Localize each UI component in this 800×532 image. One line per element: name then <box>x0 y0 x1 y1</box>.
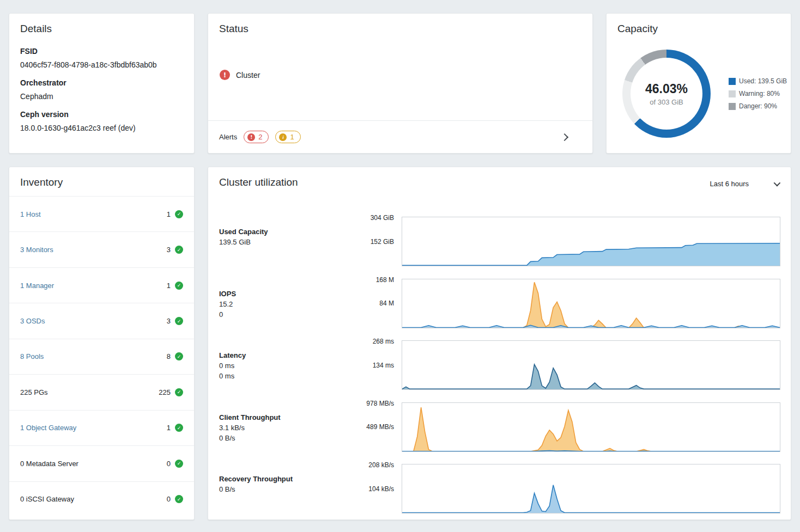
inventory-label-metadata-servers: 0 Metadata Server <box>20 460 78 468</box>
check-circle-icon <box>175 317 183 325</box>
check-circle-icon <box>175 460 183 468</box>
inventory-label-iscsi-gateways: 0 iSCSI Gateway <box>20 495 74 503</box>
alerts-footer: Alerts 2 1 <box>208 120 592 153</box>
inventory-count: 3 <box>167 246 171 254</box>
chevron-right-icon[interactable] <box>561 133 568 140</box>
detail-field-ceph-version: Ceph version 18.0.0-1630-g461ac2c3 reef … <box>20 110 183 132</box>
check-circle-icon <box>175 388 183 396</box>
utilization-rows: Used Capacity 139.5 GiB 304 GiB 152 GiB … <box>208 217 791 520</box>
detail-field-fsid: FSID 0406cf57-f808-4798-a18c-3fbdbf63ab0… <box>20 47 183 69</box>
inventory-link-managers[interactable]: 1 Manager <box>20 282 54 290</box>
detail-value: 0406cf57-f808-4798-a18c-3fbdbf63ab0b <box>20 60 183 69</box>
status-title: Status <box>208 14 592 35</box>
capacity-card: Capacity 46.03% of 303 GiB Used: 139.5 G… <box>606 13 791 154</box>
details-body: FSID 0406cf57-f808-4798-a18c-3fbdbf63ab0… <box>9 35 194 132</box>
metric-value: 0 ms <box>219 362 350 370</box>
client-throughput-row: Client Throughput 3.1 kB/s 0 B/s 978 MB/… <box>208 402 791 464</box>
warning-alert-count: 1 <box>290 133 294 141</box>
chevron-down-icon <box>774 180 781 187</box>
y-axis-tick: 134 ms <box>373 362 394 369</box>
y-axis-tick: 268 ms <box>373 338 394 345</box>
y-axis-tick: 304 GiB <box>371 214 394 222</box>
detail-label: FSID <box>20 47 183 56</box>
latency-chart: 268 ms 134 ms <box>402 340 780 390</box>
inventory-row-monitors: 3 Monitors 3 <box>9 231 194 267</box>
metric-value: 15.2 <box>219 300 350 308</box>
client-throughput-metric: Client Throughput 3.1 kB/s 0 B/s <box>219 413 350 442</box>
inventory-row-managers: 1 Manager 1 <box>9 267 194 303</box>
used-capacity-row: Used Capacity 139.5 GiB 304 GiB 152 GiB <box>208 217 791 279</box>
inventory-count: 1 <box>167 210 171 218</box>
danger-swatch <box>729 103 736 110</box>
y-axis-tick: 104 kB/s <box>368 485 394 493</box>
legend-label: Used: 139.5 GiB <box>739 77 787 85</box>
inventory-row-osds: 3 OSDs 3 <box>9 303 194 338</box>
legend-item-danger: Danger: 90% <box>729 102 787 110</box>
cluster-error-icon[interactable] <box>220 70 230 80</box>
inventory-link-object-gateways[interactable]: 1 Object Gateway <box>20 424 76 432</box>
y-axis-tick: 84 M <box>379 299 394 307</box>
legend-label: Warning: 80% <box>739 90 780 97</box>
inventory-link-pools[interactable]: 8 Pools <box>20 352 44 360</box>
inventory-label-pgs: 225 PGs <box>20 388 48 396</box>
time-range-dropdown[interactable]: Last 6 hours <box>710 180 779 188</box>
metric-value: 0 B/s <box>219 485 350 493</box>
cluster-utilization-card: Cluster utilization Last 6 hours Used Ca… <box>208 167 791 520</box>
warning-alerts-badge[interactable]: 1 <box>275 131 300 143</box>
check-circle-icon <box>175 246 183 254</box>
metric-value: 0 <box>219 310 350 319</box>
detail-value: 18.0.0-1630-g461ac2c3 reef (dev) <box>20 124 183 132</box>
inventory-row-iscsi-gateways: 0 iSCSI Gateway 0 <box>9 481 194 517</box>
inventory-link-monitors[interactable]: 3 Monitors <box>20 246 53 254</box>
metric-value: 3.1 kB/s <box>219 424 350 432</box>
ceph-dashboard-page: Details FSID 0406cf57-f808-4798-a18c-3fb… <box>0 0 800 532</box>
y-axis-tick: 168 M <box>376 276 394 284</box>
capacity-title: Capacity <box>607 14 791 35</box>
recovery-throughput-row: Recovery Throughput 0 B/s 208 kB/s 104 k… <box>208 464 791 520</box>
used-capacity-metric: Used Capacity 139.5 GiB <box>219 228 350 246</box>
detail-label: Ceph version <box>20 110 183 119</box>
inventory-title: Inventory <box>9 167 194 188</box>
warning-swatch <box>729 90 736 97</box>
inventory-count: 3 <box>167 317 171 325</box>
iops-chart: 168 M 84 M <box>402 279 780 328</box>
detail-field-orchestrator: Orchestrator Cephadm <box>20 78 183 101</box>
capacity-percent-used: 46.03% <box>645 82 688 96</box>
check-circle-icon <box>175 282 183 290</box>
status-card: Status Cluster Alerts 2 1 <box>208 13 593 154</box>
recovery-throughput-metric: Recovery Throughput 0 B/s <box>219 475 350 493</box>
danger-alerts-badge[interactable]: 2 <box>244 131 269 143</box>
capacity-legend: Used: 139.5 GiB Warning: 80% Danger: 90% <box>729 77 787 110</box>
latency-row: Latency 0 ms 0 ms 268 ms 134 ms <box>208 340 791 402</box>
inventory-row-pools: 8 Pools 8 <box>9 339 194 374</box>
check-circle-icon <box>175 424 183 432</box>
inventory-card: Inventory 1 Host 1 3 Monitors 3 1 Manage… <box>9 167 195 520</box>
alerts-label: Alerts <box>219 133 237 141</box>
y-axis-tick: 978 MB/s <box>366 400 394 407</box>
recovery-throughput-chart: 208 kB/s 104 kB/s <box>402 464 780 513</box>
inventory-link-hosts[interactable]: 1 Host <box>20 210 41 218</box>
legend-label: Danger: 90% <box>739 102 777 110</box>
y-axis-tick: 208 kB/s <box>368 461 394 469</box>
capacity-donut: 46.03% of 303 GiB <box>622 50 711 138</box>
inventory-count: 1 <box>167 282 171 290</box>
detail-label: Orchestrator <box>20 78 183 87</box>
check-circle-icon <box>175 352 183 360</box>
inventory-link-osds[interactable]: 3 OSDs <box>20 317 45 325</box>
used-swatch <box>729 78 736 85</box>
metric-name: Client Throughput <box>219 413 350 421</box>
check-circle-icon <box>175 210 183 218</box>
detail-value: Cephadm <box>20 92 183 101</box>
legend-item-used: Used: 139.5 GiB <box>729 77 787 85</box>
inventory-count: 1 <box>167 424 171 432</box>
inventory-count: 225 <box>159 388 171 396</box>
y-axis-tick: 489 MB/s <box>366 423 394 431</box>
metric-name: Used Capacity <box>219 228 350 236</box>
time-range-value: Last 6 hours <box>710 180 749 188</box>
danger-alert-count: 2 <box>258 133 262 141</box>
inventory-row-metadata-servers: 0 Metadata Server 0 <box>9 445 194 481</box>
capacity-total: of 303 GiB <box>650 98 683 106</box>
cluster-health-row: Cluster <box>220 70 592 80</box>
exclamation-circle-icon <box>247 133 255 141</box>
client-throughput-chart: 978 MB/s 489 MB/s <box>402 402 780 452</box>
